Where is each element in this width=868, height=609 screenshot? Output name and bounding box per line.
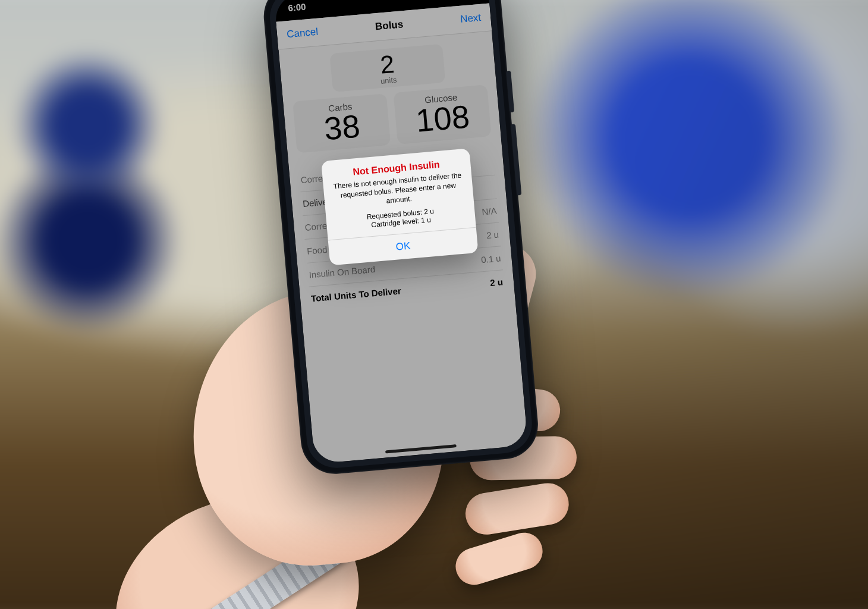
phone-screen: 6:00 Cancel Bolus Next 2 units bbox=[274, 0, 528, 464]
phone-body: 6:00 Cancel Bolus Next 2 units bbox=[261, 0, 541, 477]
alert-not-enough-insulin: Not Enough Insulin There is not enough i… bbox=[321, 148, 478, 265]
